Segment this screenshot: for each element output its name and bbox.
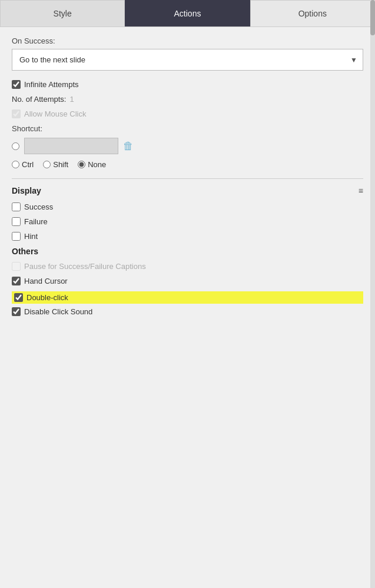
pause-checkbox[interactable] (12, 262, 21, 271)
shift-label: Shift (53, 160, 68, 169)
double-click-label: Double-click (26, 293, 68, 302)
allow-mouse-click-row: Allow Mouse Click (12, 109, 363, 118)
hint-label: Hint (24, 232, 38, 241)
shortcut-input[interactable] (24, 138, 118, 154)
trash-icon[interactable]: 🗑 (123, 140, 134, 152)
shortcut-row: 🗑 (12, 138, 363, 154)
display-title: Display (12, 186, 41, 195)
hand-cursor-label: Hand Cursor (24, 277, 68, 285)
disable-click-sound-row: Disable Click Sound (12, 307, 363, 316)
infinite-attempts-checkbox[interactable] (12, 80, 21, 89)
failure-checkbox[interactable] (12, 217, 21, 226)
hand-cursor-checkbox[interactable] (12, 277, 21, 285)
ctrl-option: Ctrl (12, 160, 34, 169)
panel: Style Actions Options On Success: Go to … (0, 0, 375, 588)
double-click-row: Double-click (12, 291, 363, 304)
failure-row: Failure (12, 217, 363, 226)
shortcut-label: Shortcut: (12, 124, 363, 133)
no-of-attempts-row: No. of Attempts: 1 (12, 95, 363, 104)
infinite-attempts-label: Infinite Attempts (24, 80, 79, 89)
hint-row: Hint (12, 232, 363, 241)
failure-label: Failure (24, 217, 48, 226)
ctrl-radio[interactable] (12, 161, 19, 168)
pause-label: Pause for Success/Failure Captions (24, 262, 146, 271)
shortcut-radio[interactable] (12, 142, 19, 150)
infinite-attempts-row: Infinite Attempts (12, 80, 363, 89)
modifier-keys-row: Ctrl Shift None (12, 160, 363, 169)
on-success-label: On Success: (12, 36, 363, 45)
tab-style[interactable]: Style (0, 0, 125, 26)
tabs-bar: Style Actions Options (0, 0, 375, 27)
tab-options[interactable]: Options (250, 0, 375, 26)
tab-actions[interactable]: Actions (125, 0, 250, 26)
scrollbar-thumb[interactable] (370, 0, 375, 35)
disable-click-sound-checkbox[interactable] (12, 307, 21, 316)
allow-mouse-click-checkbox[interactable] (12, 109, 21, 118)
none-radio[interactable] (78, 161, 85, 168)
success-checkbox[interactable] (12, 202, 21, 211)
success-row: Success (12, 202, 363, 211)
divider (12, 178, 363, 179)
disable-click-sound-label: Disable Click Sound (24, 307, 92, 316)
shift-radio[interactable] (43, 161, 51, 168)
ctrl-label: Ctrl (22, 160, 34, 169)
scrollbar[interactable] (370, 0, 375, 588)
display-menu-icon[interactable]: ≡ (359, 186, 363, 195)
hand-cursor-row: Hand Cursor (12, 277, 363, 285)
none-label: None (88, 160, 106, 169)
allow-mouse-click-label: Allow Mouse Click (24, 109, 86, 118)
none-option: None (78, 160, 106, 169)
success-label: Success (24, 202, 53, 211)
no-of-attempts-value: 1 (70, 95, 74, 104)
content-area: On Success: Go to the next slide Go to t… (0, 27, 375, 331)
on-success-dropdown-container: Go to the next slide Go to the previous … (12, 49, 363, 71)
no-of-attempts-label: No. of Attempts: (12, 95, 67, 104)
double-click-checkbox[interactable] (14, 293, 23, 302)
on-success-dropdown[interactable]: Go to the next slide Go to the previous … (12, 49, 363, 71)
hint-checkbox[interactable] (12, 232, 21, 241)
pause-row: Pause for Success/Failure Captions (12, 262, 363, 271)
others-title: Others (12, 247, 363, 256)
display-header: Display ≡ (12, 186, 363, 195)
shift-option: Shift (43, 160, 68, 169)
